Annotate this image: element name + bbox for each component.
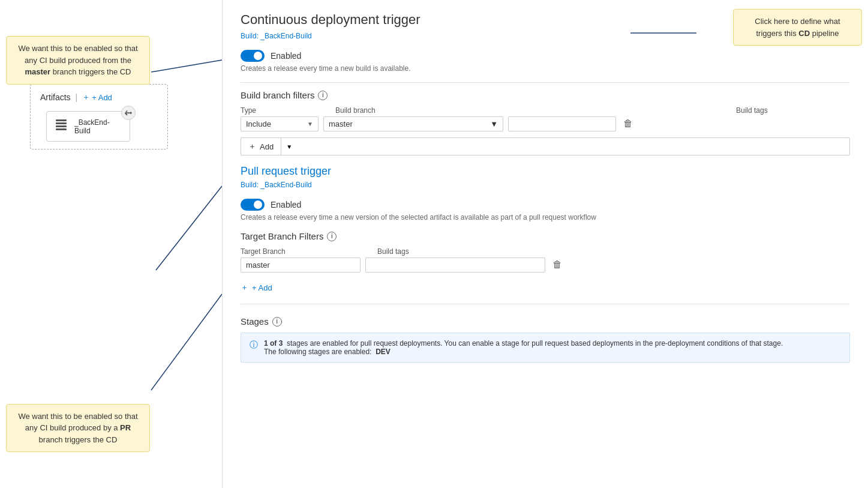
pr-enabled-toggle[interactable] [241, 199, 265, 211]
artifact-label: _BackEnd-Build [74, 118, 122, 135]
tags-input[interactable] [508, 116, 616, 131]
branch-filters-info-icon[interactable]: i [318, 91, 328, 100]
stages-header: Stages i [241, 316, 850, 327]
col-type-header: Type [241, 106, 325, 115]
cd-enabled-toggle[interactable] [241, 50, 265, 62]
plus-icon: ＋ [82, 92, 90, 103]
type-dropdown[interactable]: Include ▼ [241, 116, 319, 131]
branch-dropdown-chevron: ▼ [490, 119, 498, 128]
target-branch-input[interactable] [241, 258, 361, 273]
cd-enabled-label: Enabled [271, 51, 301, 61]
stages-section: Stages i ⓘ 1 of 3 stages are enabled for… [241, 316, 850, 363]
bottom-left-annotation: We want this to be enabled so that any C… [6, 404, 150, 453]
artifacts-label: Artifacts [40, 92, 71, 102]
add-filter-main-btn[interactable]: ＋ Add [241, 138, 281, 155]
col-branch-header: Build branch [329, 106, 725, 115]
filter-col-headers: Type Build branch Build tags [241, 106, 850, 115]
plus-icon-pr: ＋ [241, 282, 248, 293]
delete-target-branch-icon[interactable]: 🗑 [550, 257, 564, 273]
stages-info-circle-icon: ⓘ [250, 340, 258, 351]
artifact-item[interactable]: _BackEnd-Build [46, 111, 130, 142]
trigger-badge[interactable] [121, 106, 136, 120]
plus-icon-add: ＋ [248, 141, 256, 152]
target-branch-filters-header: Target Branch Filters i [241, 231, 850, 241]
add-label: Add [260, 142, 274, 151]
svg-line-6 [151, 294, 222, 390]
top-left-annotation: We want this to be enabled so that any C… [6, 36, 150, 85]
add-target-branch-button[interactable]: ＋ + Add [241, 279, 272, 297]
pr-trigger-section: Pull request trigger Build: _BackEnd-Bui… [241, 165, 850, 363]
type-dropdown-chevron: ▼ [307, 121, 313, 127]
target-branch-info-icon[interactable]: i [327, 232, 337, 241]
cd-enabled-desc: Creates a release every time a new build… [241, 64, 850, 73]
artifacts-add-link[interactable]: ＋ + Add [82, 92, 112, 103]
divider-2 [241, 304, 850, 304]
svg-rect-3 [56, 128, 67, 130]
stages-info-text: 1 of 3 stages are enabled for pull reque… [264, 339, 783, 356]
pr-build-link[interactable]: Build: _BackEnd-Build [241, 181, 312, 189]
add-filter-button[interactable]: ＋ Add ▼ [241, 137, 850, 155]
right-annotation: Click here to define what triggers this … [733, 9, 862, 46]
svg-line-5 [156, 186, 222, 270]
col-tags-header: Build tags [730, 106, 850, 115]
pr-enabled-label: Enabled [271, 200, 301, 209]
svg-line-4 [151, 60, 222, 72]
type-dropdown-value: Include [246, 119, 271, 128]
pr-trigger-title: Pull request trigger [241, 165, 850, 178]
svg-rect-2 [56, 119, 67, 121]
cd-filter-row: Include ▼ master ▼ 🗑 [241, 116, 850, 131]
content-panel: Continuous deployment trigger Build: _Ba… [222, 0, 868, 488]
stages-info-box: ⓘ 1 of 3 stages are enabled for pull req… [241, 333, 850, 363]
build-icon [54, 118, 68, 135]
svg-rect-0 [56, 125, 67, 127]
branch-dropdown[interactable]: master ▼ [323, 116, 503, 131]
cd-build-link[interactable]: Build: _BackEnd-Build [241, 32, 312, 40]
artifacts-box: Artifacts | ＋ + Add _BackEnd-Build [30, 84, 168, 149]
cd-enabled-toggle-row: Enabled [241, 50, 850, 62]
target-tags-input[interactable] [365, 258, 545, 273]
delete-filter-icon[interactable]: 🗑 [621, 116, 635, 131]
add-dropdown-arrow[interactable]: ▼ [281, 140, 297, 153]
pr-enabled-toggle-row: Enabled [241, 199, 850, 211]
svg-rect-1 [56, 122, 67, 124]
pr-enabled-desc: Creates a release every time a new versi… [241, 213, 850, 221]
branch-filters-section-header: Build branch filters i [241, 90, 850, 100]
add-pr-label: + Add [252, 283, 272, 292]
branch-dropdown-value: master [329, 119, 353, 128]
divider-1 [241, 82, 850, 83]
target-branch-col-header: Target Branch [241, 247, 367, 256]
target-branch-col-headers: Target Branch Build tags [241, 247, 850, 256]
build-tags-col-header: Build tags [371, 247, 850, 256]
target-branch-filter-row: 🗑 [241, 257, 850, 273]
stages-info-icon[interactable]: i [272, 317, 282, 327]
